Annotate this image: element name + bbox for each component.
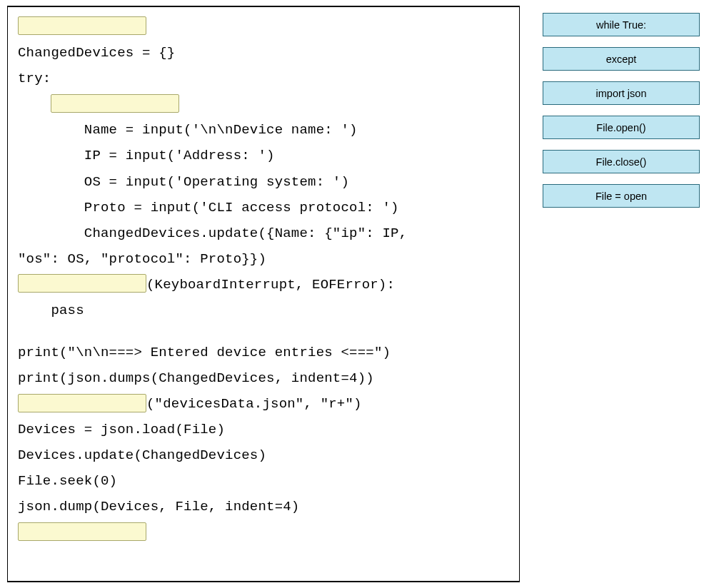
code-fragment: ("devicesData.json", "r+") [146,396,362,412]
drop-slot-2[interactable] [51,94,179,113]
code-line: OS = input('Operating system: ') [18,169,511,195]
choice-file-open-call[interactable]: File.open() [543,116,700,139]
slot-row-1 [18,14,511,40]
slot-row-2 [18,91,511,117]
code-line: json.dump(Devices, File, indent=4) [18,494,511,519]
code-fragment: (KeyboardInterrupt, EOFError): [146,277,395,293]
code-line: Devices = json.load(File) [18,417,511,442]
code-panel: ChangedDevices = {} try: Name = input('\… [7,6,520,582]
code-line: ChangedDevices.update({Name: {"ip": IP, [18,220,511,246]
choices-panel: while True: except import json File.open… [543,13,700,208]
drop-slot-4[interactable] [18,394,146,412]
code-line: "os": OS, "protocol": Proto}}) [18,246,511,272]
code-line: Proto = input('CLI access protocol: ') [18,195,511,220]
code-line: Devices.update(ChangedDevices) [18,442,511,468]
exercise-container: ChangedDevices = {} try: Name = input('\… [0,0,714,588]
code-line: print("\n\n===> Entered device entries <… [18,340,511,365]
drop-slot-1[interactable] [18,16,146,35]
slot-row-4: ("devicesData.json", "r+") [18,391,511,417]
code-line: try: [18,66,511,91]
code-line: print(json.dumps(ChangedDevices, indent=… [18,365,511,391]
choice-file-assign-open[interactable]: File = open [543,184,700,208]
code-line: Name = input('\n\nDevice name: ') [18,117,511,143]
choice-while-true[interactable]: while True: [543,13,700,36]
slot-row-3: (KeyboardInterrupt, EOFError): [18,272,511,298]
choice-import-json[interactable]: import json [543,81,700,105]
slot-row-5 [18,520,511,546]
code-line: ChangedDevices = {} [18,40,511,66]
code-line: IP = input('Address: ') [18,143,511,168]
choice-file-close[interactable]: File.close() [543,150,700,173]
blank-line [18,323,511,340]
code-line: pass [18,298,511,323]
choice-except[interactable]: except [543,47,700,71]
drop-slot-3[interactable] [18,274,146,293]
drop-slot-5[interactable] [18,522,146,541]
code-line: File.seek(0) [18,468,511,494]
